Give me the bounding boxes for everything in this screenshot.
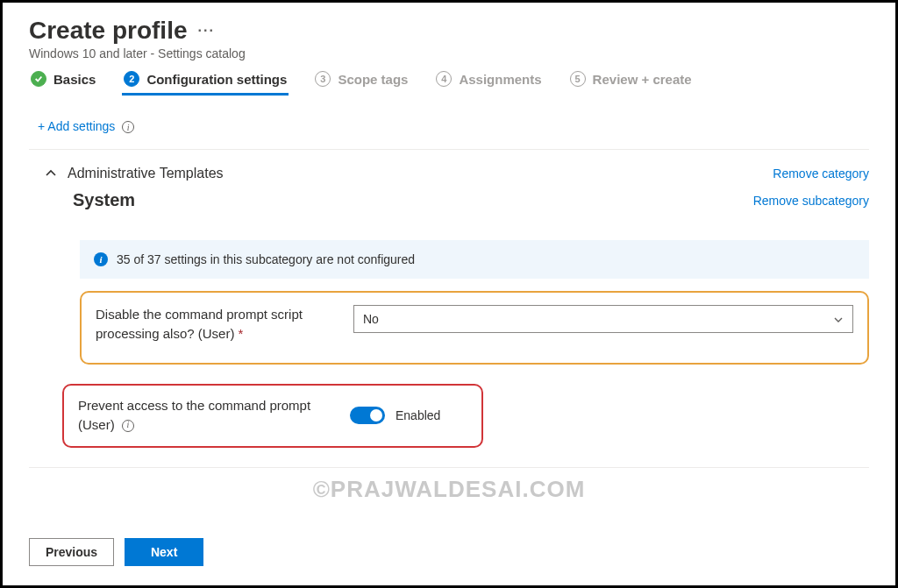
enabled-toggle[interactable] bbox=[350, 407, 385, 424]
setting-disable-cmd-script-processing: Disable the command prompt script proces… bbox=[80, 291, 869, 365]
setting-label: Prevent access to the command prompt (Us… bbox=[78, 396, 332, 435]
setting-prevent-access-cmd: Prevent access to the command prompt (Us… bbox=[62, 384, 483, 449]
step-scope-tags[interactable]: 3 Scope tags bbox=[313, 66, 410, 96]
step-label: Assignments bbox=[459, 72, 541, 87]
remove-category-link[interactable]: Remove category bbox=[773, 166, 869, 181]
info-icon[interactable]: i bbox=[122, 420, 134, 432]
setting-label: Disable the command prompt script proces… bbox=[96, 305, 341, 344]
setting-label-text: Prevent access to the command prompt (Us… bbox=[78, 398, 310, 432]
next-button[interactable]: Next bbox=[125, 538, 203, 566]
chevron-down-icon bbox=[833, 314, 844, 324]
add-settings-link[interactable]: + Add settings bbox=[38, 119, 115, 133]
step-configuration-settings[interactable]: 2 Configuration settings bbox=[122, 66, 289, 96]
step-assignments[interactable]: 4 Assignments bbox=[434, 66, 543, 96]
toggle-state-label: Enabled bbox=[396, 408, 440, 422]
step-label: Basics bbox=[53, 72, 96, 87]
divider bbox=[29, 467, 869, 468]
subcategory-name: System bbox=[73, 190, 135, 210]
page-title: Create profile ··· bbox=[29, 17, 869, 45]
info-banner-text: 35 of 37 settings in this subcategory ar… bbox=[117, 252, 415, 266]
required-asterisk: * bbox=[239, 326, 244, 341]
step-basics[interactable]: Basics bbox=[29, 66, 97, 96]
more-icon[interactable]: ··· bbox=[198, 24, 215, 38]
chevron-up-icon[interactable] bbox=[45, 167, 57, 180]
watermark: ©PRAJWALDESAI.COM bbox=[313, 476, 586, 503]
step-review-create[interactable]: 5 Review + create bbox=[568, 66, 694, 96]
page-title-text: Create profile bbox=[29, 17, 188, 45]
setting-label-text: Disable the command prompt script proces… bbox=[96, 307, 303, 341]
info-icon[interactable]: i bbox=[122, 121, 134, 133]
info-icon: i bbox=[94, 252, 108, 266]
remove-subcategory-link[interactable]: Remove subcategory bbox=[753, 194, 869, 208]
wizard-footer: Previous Next bbox=[29, 538, 203, 566]
step-number-icon: 3 bbox=[315, 71, 331, 87]
step-label: Scope tags bbox=[338, 72, 408, 87]
wizard-steps: Basics 2 Configuration settings 3 Scope … bbox=[29, 66, 869, 96]
step-label: Configuration settings bbox=[146, 72, 287, 87]
check-icon bbox=[31, 71, 46, 87]
step-number-icon: 5 bbox=[570, 71, 586, 87]
setting-value-dropdown[interactable]: No bbox=[353, 305, 853, 333]
dropdown-selected: No bbox=[363, 312, 379, 326]
page-subtitle: Windows 10 and later - Settings catalog bbox=[29, 46, 869, 60]
step-number-icon: 4 bbox=[436, 71, 452, 87]
step-number-icon: 2 bbox=[124, 71, 139, 87]
previous-button[interactable]: Previous bbox=[29, 538, 114, 566]
step-label: Review + create bbox=[593, 72, 692, 87]
category-name: Administrative Templates bbox=[68, 166, 224, 181]
info-banner: i 35 of 37 settings in this subcategory … bbox=[80, 240, 869, 279]
